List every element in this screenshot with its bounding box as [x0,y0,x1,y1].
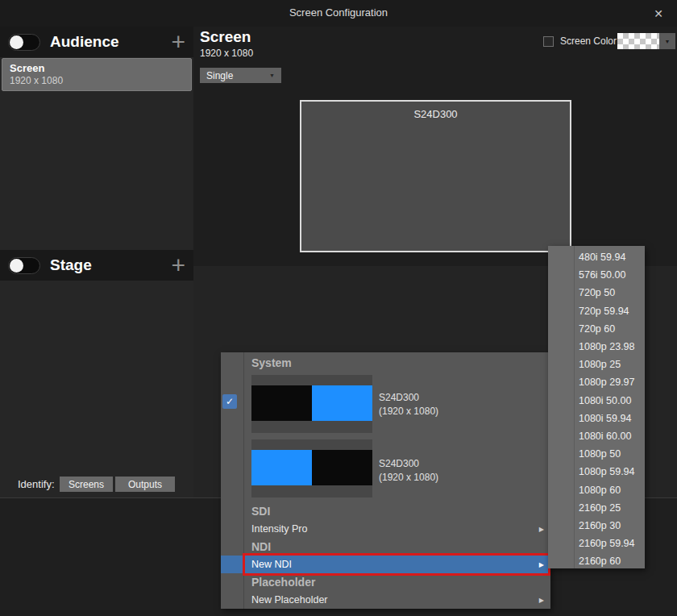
resolution-option[interactable]: 576i 50.00 [579,266,642,284]
menu-header-system: System [251,354,292,372]
check-icon: ✓ [222,394,237,409]
resolution-option[interactable]: 2160p 59.94 [579,535,642,552]
page-resolution: 1920 x 1080 [200,48,253,59]
stage-section-header: Stage + [0,250,193,281]
title-bar: Screen Configuration ✕ [0,0,677,27]
audience-section-header: Audience + [0,27,193,57]
menu-header-sdi: SDI [251,502,270,520]
resolution-option[interactable]: 480i 59.94 [579,248,642,266]
add-audience-screen-button[interactable]: + [171,34,185,50]
toggle-knob [10,259,23,273]
screen-configuration-window: Screen Configuration ✕ Audience + Screen… [0,0,677,616]
chevron-down-icon: ▼ [269,73,275,78]
resolution-option[interactable]: 1080p 29.97 [579,373,642,391]
identify-screens-button[interactable]: Screens [60,477,113,492]
resolution-option[interactable]: 2160p 60 [579,552,642,570]
submenu-gutter-divider [574,246,575,568]
resolution-option[interactable]: 720p 59.94 [579,302,642,320]
resolution-option[interactable]: 2160p 25 [579,499,642,517]
stage-toggle[interactable] [8,257,40,274]
thumb-screen-active [251,450,312,485]
screen-item-resolution: 1920 x 1080 [10,75,184,86]
audience-label: Audience [50,33,119,51]
display-thumbnail-1 [251,375,372,433]
display-1-name: S24D300 [379,391,438,405]
display-2-name: S24D300 [379,457,438,471]
sidebar: Audience + Screen 1920 x 1080 Stage + Id… [0,27,193,497]
display-1-resolution: (1920 x 1080) [379,405,438,418]
audience-toggle[interactable] [8,34,40,51]
screen-color-checkbox[interactable] [543,36,554,47]
page-title: Screen [200,28,251,46]
thumb-screen-off [312,450,372,485]
screen-color-swatch[interactable] [617,33,659,49]
screen-layout-select[interactable]: Single ▼ [200,68,281,83]
display-1-label: S24D300 (1920 x 1080) [379,391,438,418]
resolution-submenu: 480i 59.94 576i 50.00 720p 50 720p 59.94… [548,246,645,568]
sidebar-item-screen[interactable]: Screen 1920 x 1080 [2,58,192,91]
screen-item-title: Screen [10,62,184,74]
resolution-option[interactable]: 1080p 25 [579,356,642,373]
menu-item-intensity-pro[interactable]: Intensity Pro ▶ [221,520,550,538]
window-title: Screen Configuration [0,6,677,19]
thumb-screen-off [251,385,312,421]
menu-item-display-1[interactable]: ✓ S24D300 (1920 x 1080) [221,373,550,435]
thumb-screen-active [312,385,372,421]
menu-header-placeholder: Placeholder [251,573,315,591]
toggle-knob [10,35,23,49]
resolution-option[interactable]: 720p 60 [579,320,642,338]
screen-color-label: Screen Color [560,35,617,47]
resolution-option[interactable]: 1080i 60.00 [579,427,642,445]
resolution-option[interactable]: 1080p 59.94 [579,463,642,481]
identify-label: Identify: [18,478,55,490]
annotation-highlight-new-ndi [243,553,550,576]
resolution-option[interactable]: 1080i 50.00 [579,392,642,410]
output-dropdown-menu: System ✓ S24D300 (1920 x 1080) S24D300 (… [221,352,550,609]
display-2-resolution: (1920 x 1080) [379,471,438,485]
submenu-arrow-icon: ▶ [539,526,544,533]
identify-row: Identify: Screens Outputs [0,476,193,493]
submenu-arrow-icon: ▶ [539,597,544,604]
add-stage-screen-button[interactable]: + [171,257,185,273]
resolution-option[interactable]: 720p 50 [579,284,642,302]
new-placeholder-label: New Placeholder [251,594,328,606]
identify-outputs-button[interactable]: Outputs [115,477,175,492]
close-icon[interactable]: ✕ [650,5,667,23]
menu-item-new-placeholder[interactable]: New Placeholder ▶ [221,591,550,609]
intensity-pro-label: Intensity Pro [251,523,307,535]
resolution-option[interactable]: 1080p 50 [579,445,642,463]
resolution-option[interactable]: 2160p 30 [579,517,642,535]
resolution-option[interactable]: 1080p 23.98 [579,338,642,356]
display-thumbnail-2 [251,439,372,497]
screen-preview[interactable]: S24D300 [300,100,571,252]
screen-preview-label: S24D300 [301,108,570,120]
menu-item-display-2[interactable]: S24D300 (1920 x 1080) [221,438,550,499]
stage-label: Stage [50,256,92,274]
resolution-option[interactable]: 1080i 59.94 [579,410,642,427]
screen-color-dropdown-arrow-icon[interactable]: ▼ [659,33,675,49]
display-2-label: S24D300 (1920 x 1080) [379,457,438,485]
screen-layout-value: Single [206,70,233,81]
resolution-option[interactable]: 1080p 60 [579,481,642,499]
